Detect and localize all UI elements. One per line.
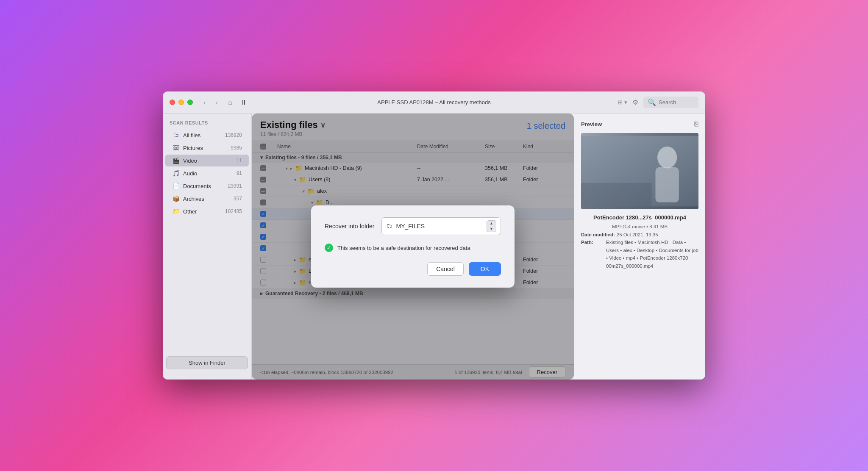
search-icon: 🔍 (648, 98, 656, 106)
modal-label: Recover into folder (325, 223, 375, 230)
sidebar-bottom: Show in Finder (163, 351, 251, 374)
preview-date-row: Date modified: 25 Oct 2021, 19:35 (581, 231, 698, 238)
sidebar-item-audio[interactable]: 🎵 Audio 91 (165, 167, 249, 179)
minimize-button[interactable] (178, 100, 184, 105)
sidebar-label-video: Video (183, 158, 236, 164)
sidebar-label-archives: Archives (183, 196, 234, 202)
file-list-content: Existing files ∨ 11 files / 824,2 MB 1 s… (252, 114, 574, 380)
sidebar-count-documents: 23991 (228, 183, 242, 189)
view-toggle[interactable]: ⊞ ▾ (618, 99, 627, 105)
modal-buttons: Cancel OK (325, 262, 501, 276)
sidebar-label-all-files: All files (183, 132, 225, 139)
window-title: APPLE SSD AP0128M – All recovery methods (377, 99, 490, 105)
filter-button[interactable]: ⚙ (632, 98, 638, 106)
sidebar-count-pictures: 9985 (231, 145, 242, 151)
preview-path-row: Path: Existing files • Macintosh HD - Da… (581, 238, 698, 270)
sidebar-count-video: 11 (236, 158, 242, 163)
modal-overlay: Recover into folder 🗂 MY_FILES ▲ ▼ ✓ (252, 114, 574, 380)
close-button[interactable] (170, 100, 175, 105)
maximize-button[interactable] (187, 100, 193, 105)
cancel-button[interactable]: Cancel (427, 262, 464, 276)
other-icon: 📁 (172, 208, 180, 215)
recover-dialog: Recover into folder 🗂 MY_FILES ▲ ▼ ✓ (311, 205, 515, 288)
stepper-up-icon[interactable]: ▲ (487, 221, 496, 226)
video-icon: 🎬 (172, 157, 180, 164)
sidebar-count-audio: 91 (236, 170, 242, 176)
modal-folder-row: Recover into folder 🗂 MY_FILES ▲ ▼ (325, 217, 501, 235)
main-content: Scan results 🗂 All files 136920 🖼 Pictur… (163, 114, 705, 380)
back-button[interactable]: ‹ (200, 97, 210, 108)
folder-name-text: MY_FILES (396, 223, 484, 230)
all-files-icon: 🗂 (172, 131, 180, 139)
pictures-icon: 🖼 (172, 144, 180, 152)
sidebar-item-all-files[interactable]: 🗂 All files 136920 (165, 129, 249, 141)
sidebar-item-archives[interactable]: 📦 Archives 357 (165, 193, 249, 205)
preview-panel-header: Preview ⎘ (581, 120, 698, 128)
nav-buttons: ‹ › (200, 97, 222, 108)
sidebar-item-video[interactable]: 🎬 Video 11 (165, 155, 249, 166)
svg-point-2 (657, 147, 677, 169)
documents-icon: 📄 (172, 182, 180, 190)
preview-details: Date modified: 25 Oct 2021, 19:35 Path: … (581, 231, 698, 270)
preview-video-frame (581, 133, 698, 209)
svg-rect-4 (581, 183, 651, 206)
sidebar-label-documents: Documents (183, 183, 228, 189)
search-input[interactable] (659, 99, 697, 105)
preview-path-value: Existing files • Macintosh HD - Data • U… (606, 238, 698, 270)
folder-stepper[interactable]: ▲ ▼ (487, 220, 496, 232)
preview-date-value: 25 Oct 2021, 19:35 (617, 231, 658, 238)
grid-view-icon: ⊞ (618, 99, 623, 105)
modal-status-text: This seems to be a safe destination for … (337, 245, 470, 251)
folder-icon: 🗂 (386, 222, 393, 230)
show-in-finder-button[interactable]: Show in Finder (166, 356, 248, 369)
sidebar-count-archives: 357 (234, 196, 242, 202)
forward-button[interactable]: › (211, 97, 222, 108)
sidebar-label-audio: Audio (183, 170, 236, 177)
sidebar-section-label: Scan results (163, 119, 251, 129)
copy-icon[interactable]: ⎘ (694, 120, 698, 128)
sidebar-item-pictures[interactable]: 🖼 Pictures 9985 (165, 142, 249, 154)
path-label: Path: (581, 238, 604, 270)
preview-meta: MPEG-4 movie • 8.41 MB (612, 224, 668, 229)
svg-rect-3 (655, 167, 679, 202)
preview-image (581, 133, 698, 209)
app-window: ‹ › ⌂ ⏸ APPLE SSD AP0128M – All recovery… (163, 91, 705, 380)
traffic-lights (170, 100, 193, 105)
preview-image-inner (581, 133, 698, 209)
stepper-down-icon[interactable]: ▼ (487, 226, 496, 232)
search-box: 🔍 (643, 97, 698, 108)
archives-icon: 📦 (172, 195, 180, 202)
pause-button[interactable]: ⏸ (240, 99, 247, 106)
titlebar-right: ⊞ ▾ ⚙ 🔍 (618, 97, 698, 108)
date-label: Date modified: (581, 231, 615, 238)
sidebar-label-pictures: Pictures (183, 145, 231, 151)
audio-icon: 🎵 (172, 169, 180, 177)
preview-label: Preview (581, 121, 602, 127)
ok-button[interactable]: OK (469, 262, 501, 276)
sidebar: Scan results 🗂 All files 136920 🖼 Pictur… (163, 114, 252, 380)
sidebar-item-documents[interactable]: 📄 Documents 23991 (165, 180, 249, 192)
sidebar-count-other: 102485 (225, 208, 242, 214)
preview-filename: PotEncoder 1280...27s_000000.mp4 (593, 214, 686, 221)
home-button[interactable]: ⌂ (225, 97, 235, 108)
preview-panel: Preview ⎘ (574, 114, 705, 380)
modal-status: ✓ This seems to be a safe destination fo… (325, 244, 501, 252)
sidebar-count-all-files: 136920 (225, 132, 242, 138)
sidebar-item-other[interactable]: 📁 Other 102485 (165, 205, 249, 217)
chevron-down-icon: ▾ (624, 99, 627, 105)
status-check-icon: ✓ (325, 244, 333, 252)
sidebar-label-other: Other (183, 208, 225, 215)
folder-selector[interactable]: 🗂 MY_FILES ▲ ▼ (381, 217, 501, 235)
titlebar: ‹ › ⌂ ⏸ APPLE SSD AP0128M – All recovery… (163, 91, 705, 114)
